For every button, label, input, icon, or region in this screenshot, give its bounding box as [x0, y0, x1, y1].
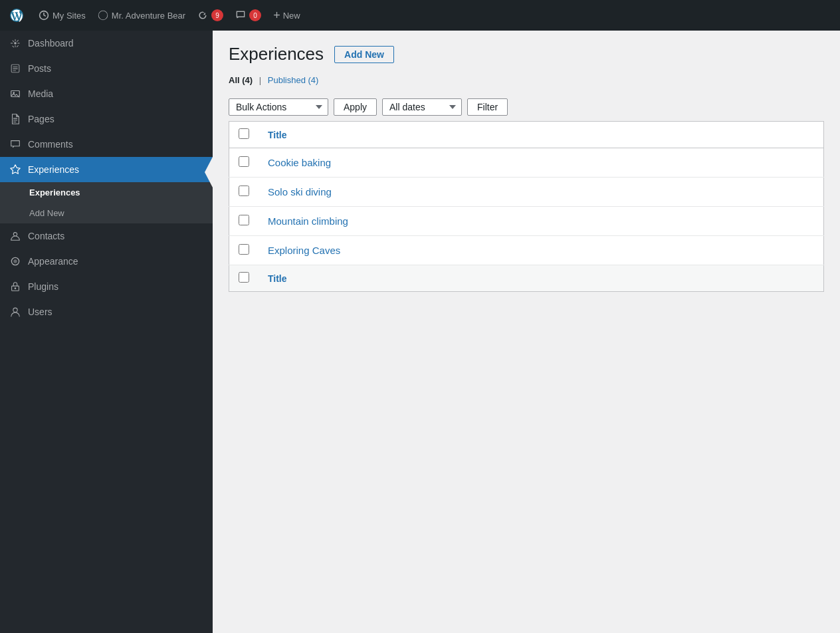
- experience-title-4[interactable]: Exploring Caves: [268, 245, 340, 256]
- sidebar-item-contacts[interactable]: Contacts: [0, 223, 213, 249]
- sidebar-item-comments[interactable]: Comments: [0, 132, 213, 157]
- row-checkbox-3[interactable]: [239, 215, 249, 225]
- plugins-label: Plugins: [28, 281, 58, 292]
- comments-label: Comments: [28, 139, 73, 150]
- table-header: Title: [229, 122, 824, 148]
- row-checkbox-1[interactable]: [239, 156, 249, 167]
- table-row: Solo ski diving: [229, 178, 824, 207]
- page-title: Experiences: [229, 44, 324, 64]
- active-arrow: [205, 157, 213, 188]
- filter-links: All (4) | Published (4): [229, 75, 824, 85]
- row-checkbox-2[interactable]: [239, 186, 249, 196]
- page-header: Experiences Add New: [229, 44, 824, 64]
- sidebar-item-users[interactable]: Users: [0, 299, 213, 324]
- topbar: My Sites Mr. Adventure Bear 9 0 + New: [0, 0, 840, 31]
- add-new-button[interactable]: Add New: [334, 46, 394, 63]
- dates-select[interactable]: All dates: [382, 98, 462, 116]
- published-filter[interactable]: Published (4): [268, 75, 319, 85]
- sidebar-item-appearance[interactable]: Appearance: [0, 249, 213, 274]
- updates-count: 9: [211, 9, 223, 21]
- experience-title-1[interactable]: Cookie baking: [268, 157, 331, 168]
- row-checkbox-cell: [229, 236, 259, 265]
- row-title-cell: Exploring Caves: [259, 236, 824, 265]
- table-row: Exploring Caves: [229, 236, 824, 265]
- filter-button[interactable]: Filter: [467, 98, 508, 116]
- sidebar-item-experiences[interactable]: Experiences: [0, 157, 213, 182]
- title-column-header: Title: [259, 122, 824, 148]
- experiences-label: Experiences: [28, 164, 79, 175]
- experiences-submenu: Experiences Add New: [0, 182, 213, 223]
- sidebar-item-media[interactable]: Media: [0, 81, 213, 106]
- footer-title-column: Title: [259, 265, 824, 292]
- new-content-menu[interactable]: + New: [273, 9, 300, 21]
- comments-count: 0: [249, 9, 261, 21]
- table-row: Cookie baking: [229, 148, 824, 178]
- row-checkbox-cell: [229, 207, 259, 236]
- pages-label: Pages: [28, 114, 54, 124]
- bulk-action-bar: Bulk Actions Apply All dates Filter: [229, 93, 824, 121]
- wp-logo[interactable]: [7, 5, 27, 25]
- row-title-cell: Mountain climbing: [259, 207, 824, 236]
- new-label: New: [283, 11, 300, 21]
- experience-title-3[interactable]: Mountain climbing: [268, 215, 348, 227]
- filter-separator: |: [259, 75, 261, 85]
- submenu-add-new[interactable]: Add New: [0, 203, 213, 223]
- row-checkbox-cell: [229, 148, 259, 178]
- site-name-menu[interactable]: Mr. Adventure Bear: [98, 10, 185, 21]
- users-label: Users: [28, 307, 52, 317]
- table-footer: Title: [229, 265, 824, 292]
- svg-point-5: [13, 308, 17, 312]
- posts-label: Posts: [28, 63, 51, 74]
- my-sites-menu[interactable]: My Sites: [39, 10, 86, 21]
- main-content: Experiences Add New All (4) | Published …: [213, 31, 840, 633]
- sidebar-item-plugins[interactable]: Plugins: [0, 274, 213, 299]
- footer-checkbox-cell: [229, 265, 259, 292]
- experience-title-2[interactable]: Solo ski diving: [268, 186, 332, 197]
- svg-point-2: [13, 92, 15, 94]
- all-filter[interactable]: All (4): [229, 75, 255, 85]
- experiences-table: Title Cookie baking: [229, 121, 824, 292]
- media-label: Media: [28, 88, 53, 99]
- sidebar-item-posts[interactable]: Posts: [0, 56, 213, 81]
- sidebar: Dashboard Posts Media Pages Comments Exp…: [0, 31, 213, 633]
- updates-menu[interactable]: 9: [197, 9, 223, 21]
- plus-icon: +: [273, 9, 280, 21]
- submenu-experiences[interactable]: Experiences: [0, 182, 213, 203]
- row-checkbox-4[interactable]: [239, 244, 249, 255]
- apply-button[interactable]: Apply: [334, 98, 377, 116]
- site-name-label: Mr. Adventure Bear: [112, 11, 185, 21]
- sidebar-item-dashboard[interactable]: Dashboard: [0, 31, 213, 56]
- comments-menu[interactable]: 0: [235, 9, 261, 21]
- sidebar-item-pages[interactable]: Pages: [0, 106, 213, 132]
- bulk-actions-select[interactable]: Bulk Actions: [229, 98, 328, 116]
- contacts-label: Contacts: [28, 231, 64, 241]
- table-row: Mountain climbing: [229, 207, 824, 236]
- row-checkbox-cell: [229, 178, 259, 207]
- svg-point-4: [15, 287, 17, 289]
- header-checkbox-cell: [229, 122, 259, 148]
- row-title-cell: Cookie baking: [259, 148, 824, 178]
- footer-select-all-checkbox[interactable]: [239, 272, 249, 283]
- dashboard-label: Dashboard: [28, 38, 74, 49]
- row-title-cell: Solo ski diving: [259, 178, 824, 207]
- my-sites-label: My Sites: [52, 11, 86, 21]
- select-all-checkbox[interactable]: [239, 128, 249, 139]
- appearance-label: Appearance: [28, 256, 78, 267]
